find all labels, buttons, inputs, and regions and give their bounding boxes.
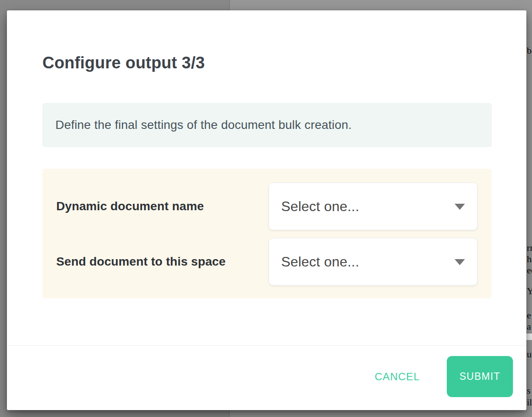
submit-button[interactable]: SUBMIT [447,356,513,397]
info-banner-text: Define the final settings of the documen… [55,118,352,132]
document-edge-fragment: ho [527,253,532,265]
configure-output-dialog: Configure output 3/3 Define the final se… [7,10,526,410]
info-banner: Define the final settings of the documen… [42,103,492,147]
chevron-down-icon [455,204,465,210]
document-edge-fragment: ue [527,349,532,360]
document-edge-fragment: Y [527,285,532,297]
document-edge-fragment: il [527,397,532,408]
footer-divider [7,345,526,346]
select-placeholder: Select one... [281,199,359,215]
dialog-title: Configure output 3/3 [42,54,205,72]
document-edge-fragment: bo [527,45,532,56]
document-edge-fragment: s [527,385,531,396]
send-document-space-select[interactable]: Select one... [269,238,478,285]
chevron-down-icon [455,259,465,265]
send-document-space-label: Send document to this space [56,238,226,285]
cancel-button[interactable]: CANCEL [370,364,424,390]
document-edge-fragment: e [527,310,531,321]
document-edge-fragment: rn [527,242,532,253]
output-settings-form: Dynamic document name Select one... Send… [42,169,492,298]
select-placeholder: Select one... [281,254,359,270]
document-edge-fragment: ec [527,265,532,276]
document-edge-fragment: a [527,321,531,332]
dynamic-document-name-select[interactable]: Select one... [269,183,478,230]
dynamic-document-name-label: Dynamic document name [56,183,204,230]
